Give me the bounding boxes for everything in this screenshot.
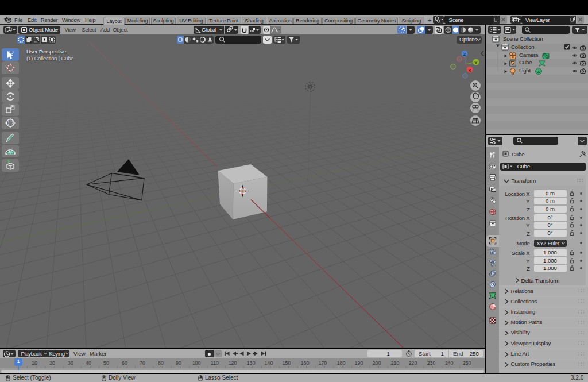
- svg-text:Y: Y: [474, 60, 478, 65]
- svg-text:Light: Light: [519, 67, 531, 74]
- svg-text:Camera: Camera: [519, 52, 539, 58]
- svg-text:Cube: Cube: [512, 151, 524, 157]
- svg-text:Collection: Collection: [511, 44, 535, 50]
- svg-text:Cube: Cube: [519, 59, 532, 65]
- svg-text:Z: Z: [463, 52, 466, 57]
- svg-text:X: X: [468, 68, 471, 73]
- svg-text:Scene Collection: Scene Collection: [503, 36, 543, 42]
